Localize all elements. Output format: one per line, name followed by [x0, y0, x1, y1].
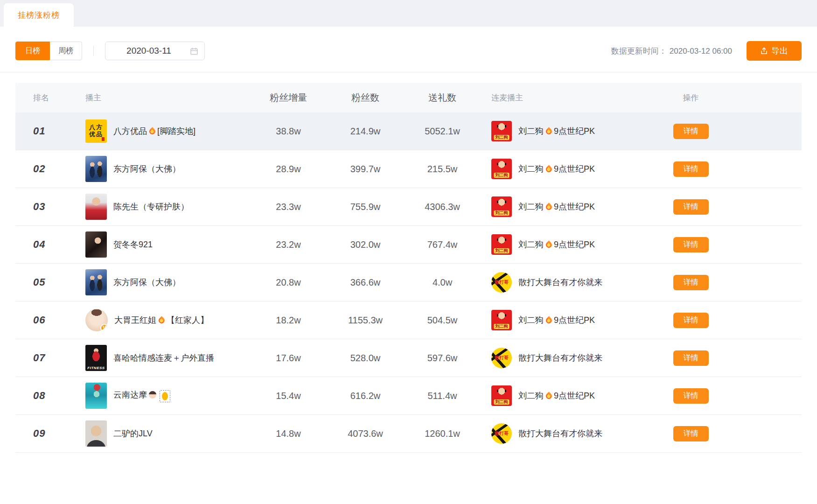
detail-button[interactable]: 详情	[673, 275, 709, 290]
page: 挂榜涨粉榜 日榜 周榜 2020-03-11 数据更新时间：2020-03-12…	[0, 0, 817, 504]
rank-number: 06	[33, 314, 45, 326]
gifts-value: 511.4w	[403, 391, 482, 401]
unrendered-emoji-placeholder	[160, 390, 170, 402]
fans-gain-value: 18.2w	[249, 315, 328, 326]
dark-woman-avatar	[85, 231, 107, 258]
fans-gain-value: 23.2w	[249, 239, 328, 250]
header-fans-gain: 粉丝增量	[249, 91, 328, 104]
gifts-value: 4.0w	[403, 277, 482, 288]
sanda-avatar: 散打哥	[491, 348, 512, 368]
tab-bar: 挂榜涨粉榜	[0, 0, 817, 27]
fire-emoji-icon	[545, 316, 553, 324]
link-broadcaster-name: 刘二狗9点世纪PK	[518, 390, 595, 401]
detail-button[interactable]: 详情	[673, 350, 709, 366]
broadcaster-name: 东方阿保（大佛）	[113, 277, 181, 288]
broadcaster-name: 陈先生（专研护肤）	[113, 201, 189, 212]
rank-number: 09	[33, 427, 45, 440]
rank-number: 07	[33, 352, 45, 364]
table-row: 03 陈先生（专研护肤） 23.3w 755.9w 4306.3w 刘二狗 刘二…	[15, 188, 802, 226]
table-row: 05 东方阿保（大佛） 20.8w 366.6w 4.0w 散打哥 散打大舞台有…	[15, 264, 802, 301]
rank-number: 05	[33, 276, 45, 288]
daily-rank-button[interactable]: 日榜	[15, 42, 50, 60]
gifts-value: 4306.3w	[403, 202, 482, 212]
broadcaster-name: 东方阿保（大佛）	[113, 163, 181, 175]
woman-round-avatar: V	[85, 309, 108, 331]
fans-gain-value: 38.8w	[249, 126, 328, 137]
header-link-broadcaster: 连麦播主	[482, 92, 636, 103]
detail-button[interactable]: 详情	[673, 161, 709, 177]
broadcaster-name: 二驴的JLV	[113, 428, 153, 439]
link-broadcaster-name: 散打大舞台有才你就来	[518, 428, 602, 439]
broadcaster-name: 喜哈哈情感连麦＋户外直播	[113, 352, 214, 364]
fans-total-value: 366.6w	[328, 277, 403, 288]
table-row: 08 云南达摩 15.4w 616.2w 511.4w 刘二狗 刘二狗9点世纪P…	[15, 377, 802, 415]
header-fans-total: 粉丝数	[328, 91, 403, 104]
fans-total-value: 755.9w	[328, 202, 403, 212]
link-broadcaster-name: 刘二狗9点世纪PK	[518, 126, 595, 137]
detail-button[interactable]: 详情	[673, 313, 709, 328]
rank-number: 04	[33, 238, 45, 251]
fans-total-value: 1155.3w	[328, 315, 403, 326]
fans-total-value: 214.9w	[328, 126, 403, 137]
liuergou-avatar: 刘二狗	[491, 310, 512, 330]
fans-total-value: 302.0w	[328, 239, 403, 250]
table-body: 01 八方优品 八方优品[脚踏实地] 38.8w 214.9w 5052.1w …	[15, 112, 802, 453]
bald-man-avatar	[85, 420, 107, 447]
fans-gain-value: 28.9w	[249, 164, 328, 175]
ranking-table: 排名 播主 粉丝增量 粉丝数 送礼数 连麦播主 操作 01 八方优品 八方优品[…	[15, 83, 802, 453]
red-coat-avatar	[85, 194, 107, 220]
detail-button[interactable]: 详情	[673, 388, 709, 404]
header-rank: 排名	[15, 92, 85, 103]
two-men-avatar	[85, 269, 107, 295]
fire-emoji-icon	[148, 127, 156, 135]
fans-gain-value: 14.8w	[249, 428, 328, 439]
fans-gain-value: 20.8w	[249, 277, 328, 288]
fire-emoji-icon	[157, 316, 166, 324]
link-broadcaster-name: 散打大舞台有才你就来	[518, 352, 602, 364]
table-row: 06 V 大胃王红姐【红家人】 18.2w 1155.3w 504.5w 刘二狗…	[15, 301, 802, 339]
controls-bar: 日榜 周榜 2020-03-11 数据更新时间：2020-03-12 06:00…	[0, 27, 817, 72]
broadcaster-name: 八方优品[脚踏实地]	[113, 126, 196, 137]
sanda-avatar: 散打哥	[491, 423, 512, 444]
liuergou-avatar: 刘二狗	[491, 234, 512, 255]
header-broadcaster: 播主	[85, 92, 249, 103]
gifts-value: 215.5w	[403, 164, 482, 175]
fire-emoji-icon	[545, 392, 553, 400]
link-broadcaster-name: 刘二狗9点世纪PK	[518, 239, 595, 250]
export-button[interactable]: 导出	[747, 41, 802, 61]
tab-title: 挂榜涨粉榜	[18, 10, 60, 21]
weekly-rank-button[interactable]: 周榜	[50, 42, 82, 60]
table-row: 09 二驴的JLV 14.8w 4073.6w 1260.1w 散打哥 散打大舞…	[15, 415, 802, 453]
fire-emoji-icon	[545, 165, 553, 173]
detail-button[interactable]: 详情	[673, 124, 709, 139]
range-toggle: 日榜 周榜	[15, 42, 82, 60]
rank-number: 02	[33, 163, 45, 175]
rank-number: 08	[33, 390, 45, 402]
table-header: 排名 播主 粉丝增量 粉丝数 送礼数 连麦播主 操作	[15, 83, 802, 112]
teal-hat-avatar	[85, 383, 107, 409]
table-row: 07 FITNESS 喜哈哈情感连麦＋户外直播 17.6w 528.0w 597…	[15, 339, 802, 377]
liuergou-avatar: 刘二狗	[491, 196, 512, 217]
table-row: 02 东方阿保（大佛） 28.9w 399.7w 215.5w 刘二狗 刘二狗9…	[15, 150, 802, 188]
liuergou-avatar: 刘二狗	[491, 121, 512, 141]
detail-button[interactable]: 详情	[673, 237, 709, 252]
update-time-value: 2020-03-12 06:00	[670, 47, 732, 56]
bafang-avatar: 八方优品	[85, 119, 107, 143]
link-broadcaster-name: 散打大舞台有才你就来	[518, 277, 602, 288]
divider	[93, 46, 94, 56]
tab-fan-growth-rank[interactable]: 挂榜涨粉榜	[4, 3, 74, 27]
date-picker[interactable]: 2020-03-11	[105, 42, 205, 60]
detail-button[interactable]: 详情	[673, 199, 709, 215]
detail-button[interactable]: 详情	[673, 426, 709, 441]
fans-total-value: 4073.6w	[328, 428, 403, 439]
gifts-value: 597.6w	[403, 353, 482, 364]
fire-emoji-icon	[545, 203, 553, 211]
gifts-value: 767.4w	[403, 239, 482, 250]
fans-total-value: 399.7w	[328, 164, 403, 175]
export-icon	[760, 47, 768, 55]
update-time-label: 数据更新时间：	[611, 47, 667, 56]
export-label: 导出	[771, 45, 788, 56]
woman-emoji-icon	[149, 391, 156, 399]
broadcaster-name: 贺冬冬921	[113, 239, 153, 250]
liuergou-avatar: 刘二狗	[491, 159, 512, 179]
